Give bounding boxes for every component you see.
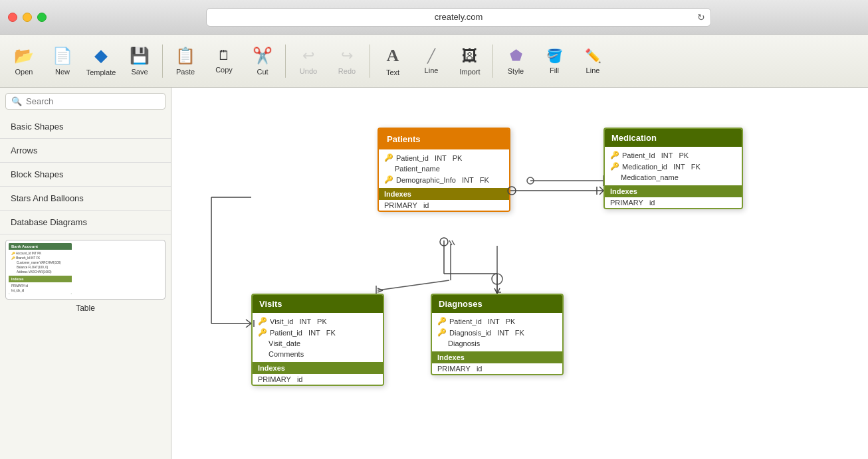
medication-table[interactable]: Medication 🔑 Patient_Id INT PK 🔑 Medicat… <box>603 128 743 209</box>
main-area: 🔍 Basic Shapes Arrows Block Shapes Stars… <box>0 88 868 459</box>
text-label: Text <box>386 68 399 76</box>
svg-point-1 <box>527 177 534 184</box>
sidebar-label-arrows: Arrows <box>11 145 37 155</box>
patients-table[interactable]: Patients 🔑 Patient_id INT PK Patient_nam… <box>378 128 510 212</box>
svg-line-25 <box>494 288 497 294</box>
undo-label: Undo <box>300 67 317 75</box>
import-label: Import <box>459 68 480 76</box>
svg-line-20 <box>246 323 251 327</box>
import-button[interactable]: 🖼 Import <box>451 38 488 84</box>
sidebar-item-basic-shapes[interactable]: Basic Shapes <box>0 115 171 139</box>
visits-index-1: PRIMARY id <box>253 374 383 385</box>
paste-label: Paste <box>176 68 195 76</box>
thumbnail-label: Table <box>76 304 95 313</box>
svg-line-10 <box>452 240 455 245</box>
open-button[interactable]: 📂 Open <box>5 38 43 84</box>
visits-indexes-header: Indexes <box>253 362 383 374</box>
patients-field-2: Patient_name <box>379 163 509 174</box>
save-button[interactable]: 💾 Save <box>121 38 158 84</box>
toolbar-separator-4 <box>492 45 493 78</box>
maximize-button[interactable] <box>37 13 47 22</box>
line-style-label: Line <box>586 66 600 74</box>
close-button[interactable] <box>8 13 17 22</box>
fill-button[interactable]: 🪣 Fill <box>536 38 573 84</box>
search-input[interactable] <box>26 96 160 106</box>
refresh-icon[interactable]: ↻ <box>697 12 705 23</box>
svg-point-27 <box>440 238 448 246</box>
key-icon-3: 🔑 <box>384 175 393 184</box>
key-icon-m1: 🔑 <box>610 151 619 159</box>
search-box[interactable]: 🔍 <box>5 93 165 110</box>
svg-line-19 <box>246 320 251 323</box>
minimize-button[interactable] <box>23 13 32 22</box>
sidebar-label-basic-shapes: Basic Shapes <box>11 122 64 132</box>
new-label: New <box>55 68 70 76</box>
patients-field-3: 🔑 Demographic_Info INT FK <box>379 174 509 185</box>
sidebar-item-arrows[interactable]: Arrows <box>0 139 171 163</box>
redo-icon: ↪ <box>341 47 353 64</box>
cut-icon: ✂️ <box>253 46 272 65</box>
visits-field-3: Visit_date <box>253 338 383 349</box>
patients-indexes-header: Indexes <box>379 188 509 200</box>
line-label: Line <box>425 66 439 74</box>
undo-button[interactable]: ↩ Undo <box>290 38 327 84</box>
cut-button[interactable]: ✂️ Cut <box>244 38 281 84</box>
medication-indexes-header: Indexes <box>605 185 742 197</box>
diagnoses-table-header: Diagnoses <box>432 295 562 313</box>
visits-table[interactable]: Visits 🔑 Visit_id INT PK 🔑 Patient_id IN… <box>251 294 384 386</box>
medication-field-3: Medication_name <box>605 172 742 183</box>
save-icon: 💾 <box>130 46 150 65</box>
toolbar-separator-2 <box>285 45 286 78</box>
medication-index-1: PRIMARY id <box>605 197 742 208</box>
sidebar-label-block-shapes: Block Shapes <box>11 169 64 179</box>
svg-line-8 <box>378 290 383 292</box>
traffic-lights <box>8 13 47 22</box>
style-button[interactable]: ⬟ Style <box>497 38 534 84</box>
patients-title: Patients <box>387 134 421 144</box>
url-bar[interactable]: creately.com ↻ <box>206 8 711 27</box>
key-icon-d2: 🔑 <box>437 328 447 337</box>
style-label: Style <box>508 67 524 75</box>
copy-icon: 🗒 <box>217 48 231 63</box>
diagnoses-table[interactable]: Diagnoses 🔑 Patient_id INT PK 🔑 Diagnosi… <box>431 294 564 375</box>
thumbnail-area: Bank Account 🔑 Account_Id INT PK 🔑 Branc… <box>0 234 171 318</box>
copy-button[interactable]: 🗒 Copy <box>205 38 243 84</box>
canvas[interactable]: Patients 🔑 Patient_id INT PK Patient_nam… <box>171 88 868 459</box>
sidebar: 🔍 Basic Shapes Arrows Block Shapes Stars… <box>0 88 171 459</box>
diagnoses-table-body: 🔑 Patient_id INT PK 🔑 Diagnosis_id INT F… <box>432 313 562 351</box>
redo-button[interactable]: ↪ Redo <box>328 38 366 84</box>
line-style-button[interactable]: ✏️ Line <box>574 38 611 84</box>
visits-table-header: Visits <box>253 295 383 313</box>
svg-line-26 <box>497 288 500 294</box>
new-icon: 📄 <box>53 46 72 65</box>
toolbar-separator-3 <box>370 45 370 78</box>
new-button[interactable]: 📄 New <box>44 38 81 84</box>
visits-field-1: 🔑 Visit_id INT PK <box>253 316 383 327</box>
sidebar-item-block-shapes[interactable]: Block Shapes <box>0 163 171 187</box>
template-button[interactable]: ◆ Template <box>82 38 120 84</box>
visits-field-2: 🔑 Patient_id INT FK <box>253 327 383 338</box>
undo-icon: ↩ <box>302 47 314 64</box>
svg-line-11 <box>449 240 452 245</box>
patients-table-body: 🔑 Patient_id INT PK Patient_name 🔑 Demog… <box>379 149 509 188</box>
line-button[interactable]: ╱ Line <box>413 38 450 84</box>
patients-index-1: PRIMARY id <box>379 200 509 211</box>
redo-label: Redo <box>338 67 356 75</box>
paste-button[interactable]: 📋 Paste <box>167 38 204 84</box>
patients-table-header: Patients <box>379 129 509 149</box>
key-icon-1: 🔑 <box>384 153 393 162</box>
titlebar: creately.com ↻ <box>0 0 868 35</box>
toolbar: 📂 Open 📄 New ◆ Template 💾 Save 📋 Paste 🗒… <box>0 35 868 88</box>
paste-icon: 📋 <box>175 46 195 65</box>
text-button[interactable]: A Text <box>374 38 411 84</box>
text-tool-icon: A <box>387 46 399 66</box>
medication-table-body: 🔑 Patient_Id INT PK 🔑 Medication_id INT … <box>605 147 742 185</box>
sidebar-label-database-diagrams: Database Diagrams <box>11 217 87 227</box>
diagnoses-field-3: Diagnosis <box>432 338 562 349</box>
sidebar-item-database-diagrams[interactable]: Database Diagrams <box>0 211 171 234</box>
sidebar-item-stars-and-balloons[interactable]: Stars And Balloons <box>0 187 171 211</box>
thumbnail-image[interactable]: Bank Account 🔑 Account_Id INT PK 🔑 Branc… <box>5 240 165 300</box>
open-icon: 📂 <box>14 46 34 65</box>
style-icon: ⬟ <box>510 47 522 64</box>
svg-line-7 <box>378 288 383 290</box>
